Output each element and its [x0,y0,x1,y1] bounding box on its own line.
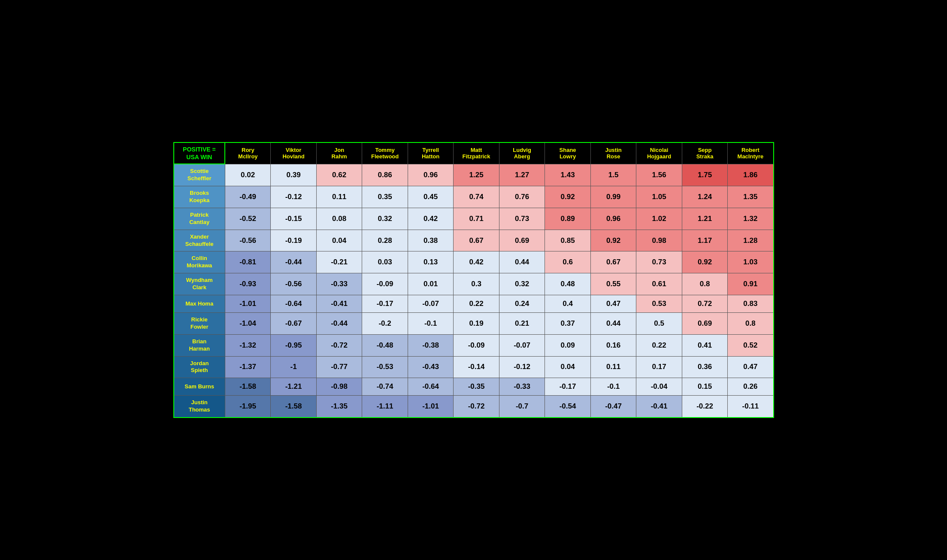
row-header-0: ScottieScheffler [174,164,225,186]
data-cell: -0.04 [636,378,682,396]
data-cell: 0.67 [590,251,636,273]
data-cell: -1.11 [362,396,408,418]
data-cell: 0.85 [545,230,591,251]
data-cell: -0.43 [408,356,454,378]
table-row: BrooksKoepka-0.49-0.120.110.350.450.740.… [174,186,774,208]
data-cell: 0.02 [225,164,271,186]
data-cell: 0.39 [271,164,317,186]
data-cell: 0.08 [316,208,362,230]
data-cell: -0.09 [454,334,499,356]
data-cell: 0.19 [454,312,499,334]
row-header-1: BrooksKoepka [174,186,225,208]
row-header-11: JustinThomas [174,396,225,418]
data-cell: -0.17 [362,295,408,312]
data-cell: 0.89 [545,208,591,230]
data-cell: -1.01 [408,396,454,418]
col-header-rory: RoryMcIlroy [225,142,271,164]
data-cell: 0.24 [499,295,545,312]
data-cell: 0.83 [728,295,774,312]
data-cell: 0.72 [682,295,728,312]
col-header-shane: ShaneLowry [545,142,591,164]
data-cell: -0.44 [271,251,317,273]
data-cell: 0.74 [454,186,499,208]
data-cell: 0.73 [636,251,682,273]
data-cell: 0.16 [590,334,636,356]
data-cell: 0.96 [590,208,636,230]
data-cell: 0.45 [408,186,454,208]
data-cell: 0.53 [636,295,682,312]
data-cell: 1.56 [636,164,682,186]
data-cell: -0.64 [408,378,454,396]
data-cell: 1.27 [499,164,545,186]
data-cell: 0.35 [362,186,408,208]
data-cell: 0.8 [728,312,774,334]
data-cell: -1.01 [225,295,271,312]
main-container: POSITIVE = USA WIN RoryMcIlroyViktorHovl… [173,142,774,418]
data-cell: -1.35 [316,396,362,418]
data-cell: -0.09 [362,273,408,295]
data-cell: -0.1 [408,312,454,334]
data-cell: 0.01 [408,273,454,295]
data-cell: 0.04 [545,356,591,378]
row-header-3: XanderSchauffele [174,230,225,251]
data-cell: 1.05 [636,186,682,208]
data-cell: -0.41 [316,295,362,312]
data-cell: 1.03 [728,251,774,273]
data-cell: 1.17 [682,230,728,251]
row-header-7: RickieFowler [174,312,225,334]
data-cell: -0.93 [225,273,271,295]
data-cell: 0.73 [499,208,545,230]
data-cell: 1.25 [454,164,499,186]
data-cell: -0.98 [316,378,362,396]
data-cell: -0.77 [316,356,362,378]
table-row: CollinMorikawa-0.81-0.44-0.210.030.130.4… [174,251,774,273]
data-cell: 0.92 [682,251,728,273]
data-cell: 1.86 [728,164,774,186]
col-header-nicolai: NicolaiHojgaard [636,142,682,164]
data-cell: 0.69 [499,230,545,251]
data-cell: -0.48 [362,334,408,356]
table-row: PatrickCantlay-0.52-0.150.080.320.420.71… [174,208,774,230]
data-cell: 1.75 [682,164,728,186]
data-cell: -0.38 [408,334,454,356]
data-cell: -0.64 [271,295,317,312]
data-cell: 1.02 [636,208,682,230]
data-cell: -0.1 [590,378,636,396]
data-cell: 1.5 [590,164,636,186]
data-cell: -0.15 [271,208,317,230]
data-cell: 0.13 [408,251,454,273]
data-cell: -1.21 [271,378,317,396]
data-cell: -0.74 [362,378,408,396]
data-cell: -0.22 [682,396,728,418]
data-cell: 0.22 [454,295,499,312]
data-cell: 1.35 [728,186,774,208]
data-cell: -0.33 [499,378,545,396]
data-cell: 0.67 [454,230,499,251]
data-cell: -0.11 [728,396,774,418]
data-cell: 0.22 [636,334,682,356]
data-cell: 0.28 [362,230,408,251]
data-cell: 0.61 [636,273,682,295]
corner-header: POSITIVE = USA WIN [174,142,225,164]
data-cell: 0.5 [636,312,682,334]
data-cell: 0.41 [682,334,728,356]
data-cell: 0.98 [636,230,682,251]
data-cell: 1.32 [728,208,774,230]
data-cell: -0.07 [408,295,454,312]
data-cell: -0.12 [271,186,317,208]
table-row: BrianHarman-1.32-0.95-0.72-0.48-0.38-0.0… [174,334,774,356]
data-cell: 0.86 [362,164,408,186]
table-row: Sam Burns-1.58-1.21-0.98-0.74-0.64-0.35-… [174,378,774,396]
data-cell: 0.11 [590,356,636,378]
data-cell: -0.81 [225,251,271,273]
table-row: WyndhamClark-0.93-0.56-0.33-0.090.010.30… [174,273,774,295]
table-row: ScottieScheffler0.020.390.620.860.961.25… [174,164,774,186]
data-cell: 0.6 [545,251,591,273]
table-row: Max Homa-1.01-0.64-0.41-0.17-0.070.220.2… [174,295,774,312]
data-cell: -0.44 [316,312,362,334]
data-cell: -1.95 [225,396,271,418]
data-cell: -0.35 [454,378,499,396]
row-header-4: CollinMorikawa [174,251,225,273]
row-header-8: BrianHarman [174,334,225,356]
data-cell: -0.12 [499,356,545,378]
